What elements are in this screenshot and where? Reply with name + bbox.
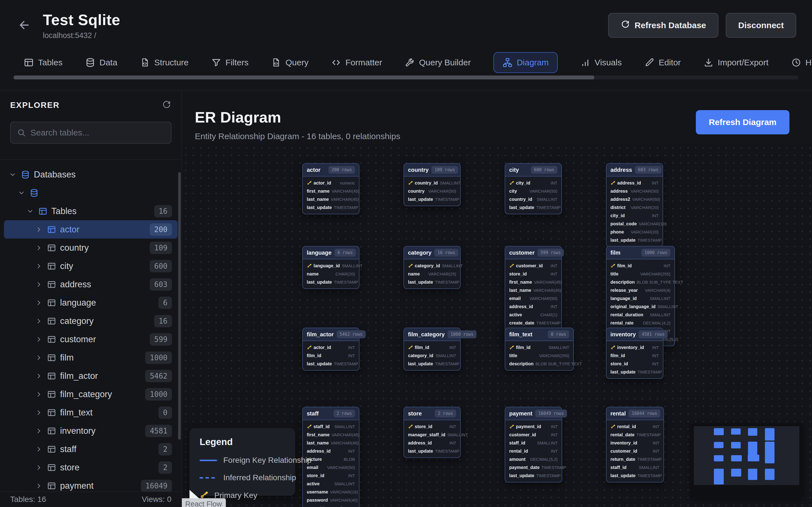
table-node-category[interactable]: category16 rowscategory_idSMALLINTnameVA… (403, 246, 461, 289)
minimap-node (748, 455, 759, 461)
column-name: address_id (509, 304, 533, 309)
table-node-language[interactable]: language6 rowslanguage_idSMALLINTnameCHA… (302, 246, 359, 289)
sidebar-item-database[interactable] (4, 184, 177, 202)
table-node-film-text[interactable]: film_text0 rowsfilm_idSMALLINTtitleVARCH… (505, 328, 574, 371)
sidebar-item-film-actor[interactable]: film_actor5462 (4, 367, 177, 385)
sidebar-scrollbar-thumb[interactable] (178, 172, 181, 440)
sidebar-status-bar: Tables: 16 Views: 0 (0, 492, 182, 507)
sidebar-item-payment[interactable]: payment16049 (4, 476, 177, 492)
table-name: inventory (610, 331, 636, 338)
minimap-node (765, 428, 774, 441)
tab-import-export[interactable]: Import/Export (703, 57, 769, 68)
refresh-database-button[interactable]: Refresh Database (608, 13, 718, 38)
column-type: INT (348, 345, 355, 350)
table-name: category (408, 249, 432, 256)
explorer-refresh-button[interactable] (162, 100, 171, 110)
table-icon (47, 225, 56, 234)
column-type: INT (652, 180, 659, 185)
column-name: rental_duration (610, 313, 643, 318)
table-node-address[interactable]: address603 rowsaddress_idINTaddressVARCH… (606, 163, 663, 247)
sidebar-item-inventory[interactable]: inventory4581 (4, 421, 177, 440)
table-name: store (408, 410, 422, 417)
disconnect-button[interactable]: Disconnect (726, 13, 796, 38)
chevron-right-icon (35, 281, 45, 288)
table-node-store[interactable]: store2 rowsstore_idINTmanager_staff_idSM… (403, 407, 461, 458)
table-node-columns: inventory_idINTfilm_idINTstore_idINTlast… (606, 341, 663, 378)
er-diagram-canvas[interactable]: actor200 rowsactor_idnumericfirst_nameVA… (182, 144, 812, 507)
tabs-scrollbar-track[interactable] (13, 75, 799, 79)
row-count-badge: 2 (158, 461, 172, 474)
column-name: rental_id (509, 449, 528, 454)
column-row: amountDECIMAL(5,2) (505, 455, 562, 463)
tab-tables[interactable]: Tables (24, 57, 63, 68)
sidebar-item-store[interactable]: store2 (4, 458, 177, 476)
table-name: film (610, 249, 620, 256)
table-node-film-actor[interactable]: film_actor5462 rowsactor_idINTfilm_idINT… (302, 328, 359, 371)
column-name: film_id (307, 353, 321, 358)
refresh-diagram-button[interactable]: Refresh Diagram (696, 110, 790, 134)
table-node-film-category[interactable]: film_category1000 rowsfilm_idINTcategory… (403, 328, 461, 371)
tab-query-builder[interactable]: Query Builder (405, 57, 470, 68)
table-name: film_category (408, 331, 445, 338)
table-node-actor[interactable]: actor200 rowsactor_idnumericfirst_nameVA… (302, 163, 359, 214)
sidebar-item-category[interactable]: category16 (4, 312, 177, 330)
tab-editor[interactable]: Editor (644, 57, 680, 68)
sidebar-item-film-text[interactable]: film_text0 (4, 403, 177, 421)
column-type: TIMESTAMP (435, 280, 459, 284)
column-type: INT (664, 263, 670, 268)
table-node-city[interactable]: city600 rowscity_idINTcityVARCHAR(50)cou… (505, 163, 562, 214)
column-name: email (307, 465, 318, 470)
sidebar-item-film-category[interactable]: film_category1000 (4, 385, 177, 403)
column-row: last_updateTIMESTAMP (303, 360, 359, 368)
tab-formatter[interactable]: Formatter (331, 57, 382, 68)
table-node-header: staff2 rows (303, 407, 359, 420)
column-name: customer_id (516, 263, 543, 269)
minimap[interactable] (691, 424, 804, 498)
column-name: active (509, 313, 522, 318)
sidebar-item-actor[interactable]: actor200 (4, 220, 177, 238)
column-row: customer_idINT (505, 431, 562, 439)
minimap-node (731, 469, 741, 476)
sidebar-item-customer[interactable]: customer599 (4, 330, 177, 348)
row-count-pill: 2 rows (435, 409, 456, 417)
tab-visuals[interactable]: Visuals (580, 57, 622, 68)
column-type: VARCHAR(45) (332, 432, 359, 437)
sidebar-item-databases[interactable]: Databases (4, 165, 177, 184)
column-row: country_idSMALLINT (404, 179, 460, 187)
sidebar-item-staff[interactable]: staff2 (4, 440, 177, 458)
tab-data[interactable]: Data (85, 57, 117, 68)
sidebar-item-country[interactable]: country109 (4, 238, 177, 257)
sidebar-item-city[interactable]: city600 (4, 257, 177, 275)
tab-diagram[interactable]: Diagram (493, 52, 558, 73)
column-type: TIMESTAMP (536, 205, 560, 210)
table-icon (47, 353, 56, 362)
column-name: name (408, 272, 420, 277)
table-name: film_actor (307, 331, 334, 338)
sidebar-item-address[interactable]: address603 (4, 275, 177, 293)
table-icon (47, 463, 56, 472)
table-node-country[interactable]: country109 rowscountry_idSMALLINTcountry… (403, 163, 461, 206)
column-type: INT (449, 424, 456, 429)
refresh-database-label: Refresh Database (635, 20, 706, 30)
tab-query[interactable]: Query (271, 57, 308, 68)
back-button[interactable] (16, 17, 32, 33)
tab-filters[interactable]: Filters (211, 57, 249, 68)
tree-item-label: actor (60, 224, 150, 235)
table-node-customer[interactable]: customer599 rowscustomer_idINTstore_idIN… (505, 246, 562, 338)
column-name: description (610, 280, 635, 285)
more-columns-note: ... and 1 more columns (303, 504, 359, 507)
tab-structure[interactable]: Structure (140, 57, 189, 68)
sidebar-item-language[interactable]: language6 (4, 293, 177, 312)
table-node-inventory[interactable]: inventory4581 rowsinventory_idINTfilm_id… (606, 328, 663, 379)
table-node-rental[interactable]: rental16044 rowsrental_idINTrental_dateT… (606, 407, 664, 483)
code-icon (331, 57, 341, 68)
sidebar-item-film[interactable]: film1000 (4, 348, 177, 367)
table-node-payment[interactable]: payment16049 rowspayment_idINTcustomer_i… (505, 407, 562, 483)
sidebar-item-tables[interactable]: Tables16 (4, 202, 177, 220)
tabs-scrollbar-thumb[interactable] (13, 75, 594, 79)
tab-history[interactable]: History (791, 57, 812, 68)
column-row: nameCHAR(20) (303, 270, 359, 278)
search-input[interactable] (31, 128, 165, 137)
column-type: VARCHAR(50) (529, 189, 557, 193)
row-count-pill: 0 rows (548, 330, 569, 338)
